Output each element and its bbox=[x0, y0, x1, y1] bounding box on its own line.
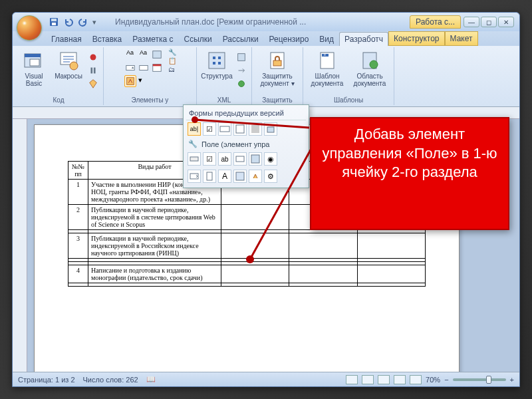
legacy-tools-icon[interactable] bbox=[124, 75, 136, 87]
svg-rect-13 bbox=[139, 65, 147, 70]
template-label: Шаблон документа bbox=[309, 72, 346, 87]
statusbar: Страница: 1 из 2 Число слов: 262 📖 70% −… bbox=[13, 372, 519, 386]
zoom-in-icon[interactable]: + bbox=[510, 376, 514, 384]
macros-label: Макросы bbox=[55, 72, 82, 80]
svg-line-37 bbox=[195, 120, 309, 128]
status-lang-icon[interactable]: 📖 bbox=[146, 375, 156, 384]
protect-doc-button[interactable]: Защитить документ ▾ bbox=[256, 49, 299, 88]
structure-button[interactable]: Структура bbox=[201, 49, 233, 81]
properties-button[interactable]: 📋 bbox=[168, 57, 176, 65]
schema-icon[interactable] bbox=[235, 51, 247, 63]
svg-rect-5 bbox=[30, 59, 39, 66]
view-print-layout[interactable] bbox=[346, 375, 358, 384]
titlebar: ▾ Индивидуальный план.doc [Режим огранич… bbox=[13, 13, 519, 31]
group-xml: Структура XML bbox=[197, 47, 252, 105]
svg-rect-15 bbox=[152, 65, 160, 66]
tab-table-layout[interactable]: Макет bbox=[445, 31, 478, 46]
status-words[interactable]: Число слов: 262 bbox=[83, 376, 138, 384]
richtext-control-icon[interactable]: Aa bbox=[124, 49, 136, 61]
close-button[interactable]: ✕ bbox=[498, 17, 514, 27]
status-page[interactable]: Страница: 1 из 2 bbox=[18, 376, 75, 384]
group-xml-label: XML bbox=[217, 95, 231, 104]
view-draft[interactable] bbox=[410, 375, 422, 384]
tab-insert[interactable]: Вставка bbox=[87, 32, 128, 46]
tab-view[interactable]: Вид bbox=[314, 32, 339, 46]
svg-point-19 bbox=[239, 81, 245, 87]
group-controls-label: Элементы у bbox=[132, 95, 169, 104]
office-button[interactable] bbox=[17, 15, 42, 41]
contextual-tab-label[interactable]: Работа с... bbox=[410, 15, 461, 29]
view-outline[interactable] bbox=[394, 375, 406, 384]
macro-security-icon[interactable] bbox=[87, 78, 99, 90]
group-protect-label: Защитить bbox=[262, 95, 292, 104]
svg-rect-10 bbox=[94, 68, 96, 74]
zoom-value[interactable]: 70% bbox=[426, 376, 440, 384]
minimize-button[interactable]: — bbox=[464, 17, 479, 27]
protect-label: Защитить документ ▾ bbox=[257, 72, 297, 87]
svg-rect-4 bbox=[25, 54, 41, 57]
tab-references[interactable]: Ссылки bbox=[179, 32, 217, 46]
svg-rect-16 bbox=[126, 78, 134, 85]
macros-button[interactable]: Макросы bbox=[53, 49, 84, 81]
doc-template-button[interactable]: W Шаблон документа bbox=[307, 49, 347, 88]
group-protect: Защитить документ ▾ Защитить bbox=[252, 47, 303, 105]
quick-access-toolbar: ▾ bbox=[49, 17, 96, 27]
ribbon-tabs: Главная Вставка Разметка с Ссылки Рассыл… bbox=[13, 31, 519, 46]
dropdown-control-icon[interactable] bbox=[138, 62, 150, 74]
qat-more-icon[interactable]: ▾ bbox=[92, 18, 96, 27]
zoom-out-icon[interactable]: − bbox=[444, 376, 448, 384]
save-icon[interactable] bbox=[49, 17, 59, 27]
group-templates: W Шаблон документа Область документа Шаб… bbox=[303, 47, 394, 105]
doc-area-label: Область документа bbox=[351, 72, 388, 87]
tab-review[interactable]: Рецензиро bbox=[264, 32, 315, 46]
svg-point-26 bbox=[370, 61, 378, 68]
svg-rect-21 bbox=[273, 61, 281, 66]
ribbon: Visual Basic Макросы Код Aa bbox=[13, 46, 519, 107]
svg-point-8 bbox=[90, 55, 96, 61]
more-controls-icon[interactable]: ▾ bbox=[138, 75, 150, 87]
view-web[interactable] bbox=[378, 375, 390, 384]
vb-label: Visual Basic bbox=[19, 72, 49, 87]
col-num: №№ пп bbox=[68, 162, 88, 180]
svg-line-39 bbox=[250, 146, 313, 259]
tab-layout[interactable]: Разметка с bbox=[127, 32, 178, 46]
tab-developer[interactable]: Разработч bbox=[339, 32, 388, 46]
vertical-ruler[interactable] bbox=[13, 119, 27, 372]
doc-panel-button[interactable]: Область документа bbox=[350, 49, 390, 88]
window-title: Индивидуальный план.doc [Режим ограничен… bbox=[115, 17, 410, 27]
transform-icon[interactable] bbox=[235, 65, 247, 76]
expansion-icon[interactable] bbox=[235, 78, 247, 90]
maximize-button[interactable]: ◻ bbox=[481, 17, 497, 27]
svg-rect-2 bbox=[52, 23, 56, 25]
tab-mailings[interactable]: Рассылки bbox=[217, 32, 264, 46]
pause-macro-icon[interactable] bbox=[87, 65, 99, 76]
visual-basic-button[interactable]: Visual Basic bbox=[18, 49, 50, 88]
undo-icon[interactable] bbox=[63, 17, 74, 27]
tab-home[interactable]: Главная bbox=[46, 32, 87, 46]
zoom-slider[interactable] bbox=[453, 378, 506, 381]
group-code: Visual Basic Макросы Код bbox=[14, 47, 104, 105]
instruction-callout: Добавь элемент управления «Поле» в 1-ю я… bbox=[310, 117, 509, 230]
svg-rect-9 bbox=[90, 68, 92, 74]
group-templates-label: Шаблоны bbox=[334, 95, 363, 104]
combobox-control-icon[interactable] bbox=[124, 62, 136, 74]
callout-text: Добавь элемент управления «Поле» в 1-ю я… bbox=[322, 126, 497, 180]
view-reading[interactable] bbox=[362, 375, 374, 384]
group-controls: Aa Aa ▾ 🔧 📋 bbox=[104, 47, 197, 105]
design-mode-button[interactable]: 🔧 bbox=[168, 49, 176, 56]
structure-label: Структура bbox=[201, 72, 232, 80]
svg-rect-18 bbox=[238, 54, 245, 61]
group-button[interactable]: 🗂 bbox=[168, 66, 176, 73]
redo-icon[interactable] bbox=[78, 17, 88, 27]
svg-rect-1 bbox=[51, 19, 57, 21]
date-control-icon[interactable] bbox=[151, 62, 163, 74]
svg-rect-17 bbox=[209, 53, 225, 68]
svg-point-38 bbox=[192, 116, 198, 123]
record-macro-icon[interactable] bbox=[87, 51, 99, 63]
plaintext-control-icon[interactable]: Aa bbox=[138, 49, 150, 61]
tab-design[interactable]: Конструктор bbox=[388, 31, 444, 46]
svg-rect-11 bbox=[152, 51, 160, 59]
group-code-label: Код bbox=[53, 95, 64, 104]
svg-text:W: W bbox=[324, 54, 326, 57]
picture-control-icon[interactable] bbox=[151, 49, 163, 61]
